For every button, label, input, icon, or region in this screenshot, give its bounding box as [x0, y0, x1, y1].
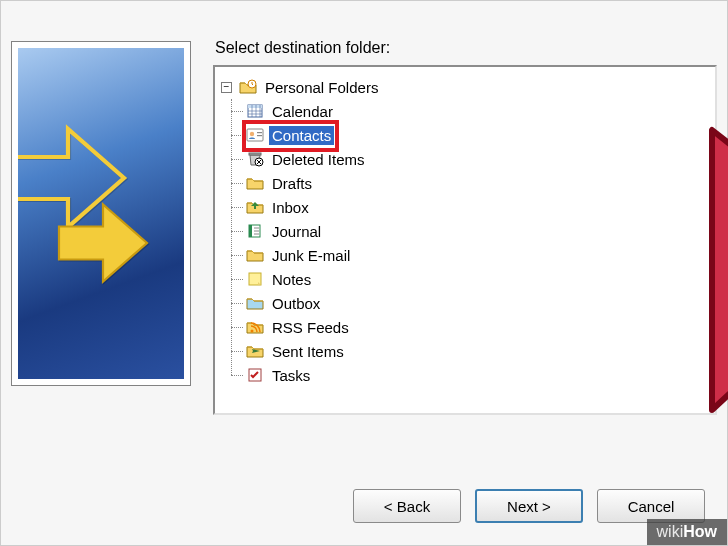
tree-item-label: Sent Items: [269, 342, 347, 361]
contacts-icon: [245, 126, 265, 144]
wikihow-watermark: wikiHow: [647, 519, 727, 545]
tree-item[interactable]: RSS Feeds: [245, 315, 709, 339]
tree-item-label: RSS Feeds: [269, 318, 352, 337]
inbox-icon: [245, 198, 265, 216]
tree-item[interactable]: Tasks: [245, 363, 709, 387]
tree-root-item[interactable]: −Personal Folders: [221, 75, 709, 99]
junk-email-icon: [245, 246, 265, 264]
tree-item[interactable]: Drafts: [245, 171, 709, 195]
cancel-button[interactable]: Cancel: [597, 489, 705, 523]
tree-item-label: Personal Folders: [262, 78, 381, 97]
personal-folders-icon: [238, 78, 258, 96]
tree-item[interactable]: Contacts: [245, 123, 709, 147]
right-panel: Select destination folder: −Personal Fol…: [213, 11, 717, 441]
decorative-arrow-icon: [48, 188, 158, 298]
sent-items-icon: [245, 342, 265, 360]
notes-icon: [245, 270, 265, 288]
tree-item[interactable]: Journal: [245, 219, 709, 243]
tree-item-label: Calendar: [269, 102, 336, 121]
tree-item-label: Journal: [269, 222, 324, 241]
watermark-suffix: How: [683, 523, 717, 540]
svg-rect-7: [249, 153, 261, 155]
next-button[interactable]: Next >: [475, 489, 583, 523]
wizard-sidebar-frame: [11, 41, 191, 386]
tree-item[interactable]: Inbox: [245, 195, 709, 219]
tree-item[interactable]: Junk E-mail: [245, 243, 709, 267]
journal-icon: [245, 222, 265, 240]
deleted-items-icon: [245, 150, 265, 168]
import-export-wizard-dialog: Select destination folder: −Personal Fol…: [0, 0, 728, 546]
collapse-toggle-icon[interactable]: −: [221, 82, 232, 93]
tree-item[interactable]: Notes: [245, 267, 709, 291]
tree-item-label: Junk E-mail: [269, 246, 353, 265]
wizard-sidebar-art: [18, 48, 184, 379]
watermark-prefix: wiki: [657, 523, 684, 540]
outbox-icon: [245, 294, 265, 312]
tree-item[interactable]: Outbox: [245, 291, 709, 315]
folder-tree[interactable]: −Personal FoldersCalendarContactsDeleted…: [213, 65, 717, 415]
wizard-buttons: < Back Next > Cancel: [353, 489, 705, 523]
svg-point-4: [250, 132, 254, 136]
drafts-icon: [245, 174, 265, 192]
tree-item-label: Tasks: [269, 366, 313, 385]
rss-feeds-icon: [245, 318, 265, 336]
svg-rect-6: [257, 135, 262, 136]
back-button[interactable]: < Back: [353, 489, 461, 523]
tree-item[interactable]: Deleted Items: [245, 147, 709, 171]
tasks-icon: [245, 366, 265, 384]
svg-rect-10: [249, 225, 252, 237]
tree-item-label: Notes: [269, 270, 314, 289]
prompt-label: Select destination folder:: [215, 39, 717, 57]
tree-item[interactable]: Sent Items: [245, 339, 709, 363]
tree-item-label: Inbox: [269, 198, 312, 217]
svg-point-12: [251, 330, 254, 333]
tree-item-label: Deleted Items: [269, 150, 368, 169]
tree-item[interactable]: Calendar: [245, 99, 709, 123]
calendar-icon: [245, 102, 265, 120]
tree-item-label: Contacts: [269, 126, 334, 145]
svg-rect-5: [257, 132, 262, 133]
tree-item-label: Drafts: [269, 174, 315, 193]
main-content: Select destination folder: −Personal Fol…: [11, 11, 717, 441]
tree-item-label: Outbox: [269, 294, 323, 313]
